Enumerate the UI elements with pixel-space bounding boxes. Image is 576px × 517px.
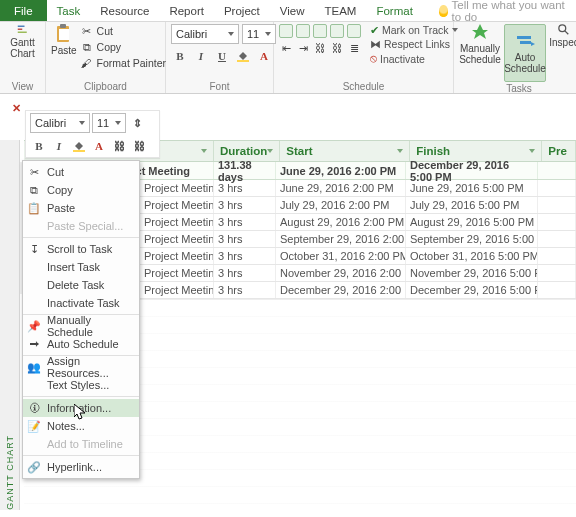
task-pre — [538, 265, 576, 281]
format-painter-button[interactable]: 🖌 Format Painter — [80, 56, 166, 70]
task-start: June 29, 2016 2:00 PM — [276, 180, 406, 196]
font-size-combo[interactable]: 11 — [242, 24, 276, 44]
gantt-chart-icon — [17, 24, 29, 36]
menu-report-tab[interactable]: Report — [159, 0, 214, 21]
mini-unlink-button[interactable]: ⛓ — [130, 137, 148, 155]
link-icon[interactable]: ⛓ — [313, 41, 327, 55]
task-duration: 3 hrs — [214, 180, 276, 196]
menu-view-tab[interactable]: View — [270, 0, 315, 21]
pct100-button[interactable] — [347, 24, 361, 38]
mini-font-size-combo[interactable]: 11 — [92, 113, 126, 133]
font-name-value: Calibri — [176, 28, 207, 40]
copy-icon: ⧉ — [80, 40, 94, 54]
auto-schedule-button[interactable]: Auto Schedule — [504, 24, 546, 82]
close-icon[interactable]: ✕ — [12, 102, 21, 115]
bucket-icon — [73, 140, 85, 152]
inactivate-button[interactable]: ⦸Inactivate — [370, 52, 458, 65]
respect-links-button[interactable]: ⧓Respect Links — [370, 38, 458, 50]
task-pre — [538, 214, 576, 230]
font-name-combo[interactable]: Calibri — [171, 24, 239, 44]
paste-label: Paste — [51, 45, 77, 56]
bold-button[interactable]: B — [171, 47, 189, 65]
people-icon: 👥 — [27, 360, 41, 374]
tell-me-placeholder: Tell me what you want to do — [452, 0, 576, 23]
mini-link-button[interactable]: ⛓ — [110, 137, 128, 155]
menu-team-tab[interactable]: TEAM — [314, 0, 366, 21]
ctx-paste[interactable]: 📋Paste — [23, 199, 139, 217]
task-finish: August 29, 2016 5:00 PM — [406, 214, 538, 230]
ctx-insert-label: Insert Task — [47, 261, 100, 273]
ctx-insert-task[interactable]: Insert Task — [23, 258, 139, 276]
main-menu-bar: File Task Resource Report Project View T… — [0, 0, 576, 22]
pct0-button[interactable] — [279, 24, 293, 38]
cut-button[interactable]: ✂ Cut — [80, 24, 166, 38]
ctx-hyperlink[interactable]: 🔗Hyperlink... — [23, 458, 139, 476]
menu-project-tab[interactable]: Project — [214, 0, 270, 21]
ctx-paste-special-label: Paste Special... — [47, 220, 123, 232]
gantt-chart-button[interactable]: Gantt Chart — [5, 24, 40, 59]
autoschedule-icon: ⮕ — [27, 337, 41, 351]
copy-button[interactable]: ⧉ Copy — [80, 40, 166, 54]
mini-size-stepper[interactable]: ⇕ — [128, 114, 146, 132]
pct25-button[interactable] — [296, 24, 310, 38]
ctx-cut[interactable]: ✂Cut — [23, 163, 139, 181]
pct50-button[interactable] — [313, 24, 327, 38]
mark-on-track-button[interactable]: ✔Mark on Track — [370, 24, 458, 36]
gutter-label: GANTT CHART — [5, 427, 15, 510]
ctx-delete-label: Delete Task — [47, 279, 104, 291]
pct75-button[interactable] — [330, 24, 344, 38]
ctx-add-to-timeline[interactable]: Add to Timeline — [23, 435, 139, 453]
ctx-hyperlink-label: Hyperlink... — [47, 461, 102, 473]
split-icon[interactable]: ≣ — [347, 41, 361, 55]
mini-fontcolor-button[interactable]: A — [90, 137, 108, 155]
chevron-down-icon — [265, 32, 271, 36]
mini-font-name-combo[interactable]: Calibri — [30, 113, 90, 133]
inspect-button[interactable]: Inspec — [549, 24, 576, 48]
col-header-start[interactable]: Start — [280, 141, 410, 161]
copy-icon: ⧉ — [27, 183, 41, 197]
menu-file-tab[interactable]: File — [0, 0, 47, 21]
tell-me-search[interactable]: Tell me what you want to do — [439, 0, 576, 23]
note-icon: 📝 — [27, 419, 41, 433]
underline-button[interactable]: U — [213, 47, 231, 65]
summary-finish: December 29, 2016 5:00 PM — [406, 162, 538, 179]
ctx-copy[interactable]: ⧉Copy — [23, 181, 139, 199]
pin-icon: 📌 — [27, 319, 41, 333]
chevron-down-icon — [228, 32, 234, 36]
indent-icon[interactable]: ⇥ — [296, 41, 310, 55]
manually-schedule-button[interactable]: Manually Schedule — [459, 24, 501, 65]
ctx-delete-task[interactable]: Delete Task — [23, 276, 139, 294]
unlink-icon[interactable]: ⛓ — [330, 41, 344, 55]
col-header-predecessors[interactable]: Pre — [542, 141, 576, 161]
task-finish: July 29, 2016 5:00 PM — [406, 197, 538, 213]
ctx-inactivate-task[interactable]: Inactivate Task — [23, 294, 139, 312]
col-header-start-label: Start — [286, 145, 312, 157]
task-finish: November 29, 2016 5:00 PM — [406, 265, 538, 281]
ribbon-group-schedule-label: Schedule — [279, 80, 448, 93]
scroll-icon: ↧ — [27, 242, 41, 256]
menu-task-tab[interactable]: Task — [47, 0, 91, 21]
ctx-scroll-to-task[interactable]: ↧Scroll to Task — [23, 240, 139, 258]
italic-button[interactable]: I — [192, 47, 210, 65]
paste-button[interactable]: Paste — [51, 24, 77, 56]
mini-bold-button[interactable]: B — [30, 137, 48, 155]
menu-resource-tab[interactable]: Resource — [90, 0, 159, 21]
ctx-assign-resources[interactable]: 👥Assign Resources... — [23, 358, 139, 376]
separator — [23, 237, 139, 238]
ctx-inactivate-label: Inactivate Task — [47, 297, 120, 309]
summary-duration: 131.38 days — [214, 162, 276, 179]
inspect-label: Inspec — [549, 37, 576, 48]
menu-format-tab[interactable]: Format — [366, 0, 422, 21]
task-duration: 3 hrs — [214, 214, 276, 230]
ctx-manually-schedule[interactable]: 📌Manually Schedule — [23, 317, 139, 335]
fill-color-button[interactable] — [234, 47, 252, 65]
task-start: August 29, 2016 2:00 PM — [276, 214, 406, 230]
ctx-paste-special[interactable]: Paste Special... — [23, 217, 139, 235]
mini-italic-button[interactable]: I — [50, 137, 68, 155]
mini-fill-button[interactable] — [70, 137, 88, 155]
col-header-finish-label: Finish — [416, 145, 450, 157]
outdent-icon[interactable]: ⇤ — [279, 41, 293, 55]
link-icon: 🔗 — [27, 460, 41, 474]
font-color-button[interactable]: A — [255, 47, 273, 65]
chevron-down-icon — [267, 149, 273, 153]
